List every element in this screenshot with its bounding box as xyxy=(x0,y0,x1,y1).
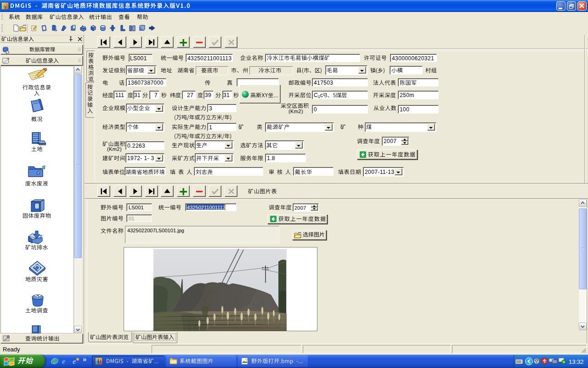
svg-text:e: e xyxy=(62,357,65,365)
svg-text:e: e xyxy=(73,357,76,365)
